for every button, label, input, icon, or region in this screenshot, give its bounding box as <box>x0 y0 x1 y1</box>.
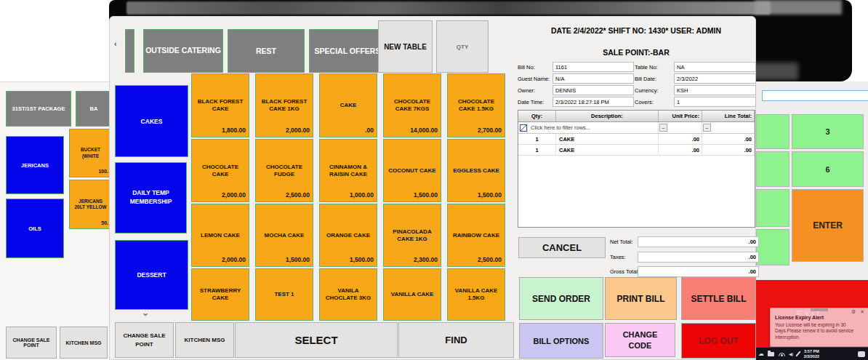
item-button[interactable]: MOCHA CAKE1,500.00 <box>255 204 313 267</box>
item-name: CINNAMON & RAISIN CAKE <box>320 164 377 178</box>
oils-button[interactable]: OILS <box>6 199 64 258</box>
taxes-field[interactable]: .00 <box>638 252 759 263</box>
item-price: 1,500.00 <box>414 191 438 199</box>
covers-field[interactable]: 1 <box>674 97 756 107</box>
item-button[interactable]: TEST 1 <box>255 268 313 321</box>
background-pos-window-left: 31ST/1ST PACKAGE BA JERICANS BUCKET (WHI… <box>0 81 110 360</box>
kitchen-msg-button[interactable]: KITCHEN MSG <box>175 322 234 358</box>
item-name: LEMON CAKE <box>192 232 249 239</box>
description-header[interactable]: Description: <box>556 111 659 121</box>
currency-field[interactable]: KSH <box>674 85 756 95</box>
bill-options-button[interactable]: BILL OPTIONS <box>519 323 603 359</box>
keypad-key-partial[interactable] <box>756 229 789 265</box>
filter-icon[interactable] <box>520 124 527 132</box>
covers-label: Covers: <box>635 97 673 107</box>
cloud-icon[interactable]: ☁ <box>758 351 764 357</box>
keypad-key-3[interactable]: 3 <box>792 114 864 149</box>
taskbar-clock[interactable]: 3:57 PM2/3/2022 <box>804 349 819 359</box>
owner-field[interactable]: DENNIS <box>552 85 634 95</box>
send-order-button[interactable]: SEND ORDER <box>519 277 603 320</box>
gear-icon[interactable]: ⚙ <box>851 309 857 314</box>
jericans-button[interactable]: JERICANS <box>6 136 64 194</box>
date-time-field[interactable]: 2/3/2022 18:27:18 PM <box>552 97 634 107</box>
item-button[interactable]: BLACK FOREST CAKE1,800.00 <box>191 73 249 137</box>
keypad-key-partial[interactable] <box>756 114 789 149</box>
change-code-button[interactable]: CHANGE CODE <box>605 323 675 357</box>
keypad-key-6[interactable]: 6 <box>792 151 864 187</box>
table-row[interactable]: 1 CAKE .00 .00 <box>518 134 755 145</box>
keypad-entry-field[interactable] <box>762 90 868 101</box>
category-stub-button[interactable] <box>125 29 134 73</box>
item-button[interactable]: COCONUT CAKE1,500.00 <box>383 139 441 202</box>
item-button[interactable]: VANILLA CAKE <box>383 268 441 321</box>
gross-total-field[interactable]: .00 <box>638 266 759 277</box>
item-button[interactable]: BLACK FOREST CAKE 1KG2,000.00 <box>255 73 313 137</box>
find-button[interactable]: FIND <box>398 322 514 358</box>
package-button[interactable]: 31ST/1ST PACKAGE <box>6 91 71 127</box>
sidebar-item-daily-temp-membership[interactable]: DAILY TEMP MEMBERSHIP <box>115 162 187 233</box>
bucket-item-button[interactable]: BUCKET (WHITE 100. <box>69 129 112 177</box>
change-sale-point-button[interactable]: CHANGE SALE POINT <box>115 322 174 358</box>
table-row[interactable]: 1 CAKE .00 .00 <box>518 145 755 156</box>
change-sale-point-button-bg[interactable]: CHANGE SALE POINT <box>6 327 57 359</box>
item-button[interactable]: CHOCOLATE CAKE2,000.00 <box>191 139 249 202</box>
close-icon[interactable]: ✕ <box>860 309 866 314</box>
jericans-20lt-item-button[interactable]: JERICANS 20LT YELLOW 50. <box>69 180 112 229</box>
bill-date-label: Bill Date: <box>635 73 673 84</box>
table-no-field[interactable]: NA <box>674 62 756 72</box>
kitchen-msg-button-bg[interactable]: KITCHEN MSG <box>60 327 108 359</box>
wifi-icon[interactable] <box>778 352 785 356</box>
new-table-button[interactable]: NEW TABLE <box>378 20 433 73</box>
item-button[interactable]: CHOCOLATE CAKE 1.5KG2,700.00 <box>447 73 505 137</box>
item-button[interactable]: VANILLA CAKE 1.5KG <box>447 268 505 321</box>
item-name: CAKE <box>320 102 377 109</box>
settle-bill-button[interactable]: SETTLE BILL <box>681 277 756 320</box>
partial-category-button[interactable]: BA <box>76 91 112 127</box>
net-total-field[interactable]: .00 <box>638 236 759 247</box>
item-button[interactable]: RAINBOW CAKE2,500.00 <box>447 204 505 267</box>
keypad-enter-button[interactable]: ENTER <box>792 189 864 262</box>
sidebar-item-dessert[interactable]: DESSERT <box>115 240 188 310</box>
item-button[interactable]: CHOCOLATE CAKE 7KGS14,000.00 <box>383 73 441 137</box>
item-button[interactable]: EGGLESS CAKE1,500.00 <box>447 139 505 202</box>
tab-outside-catering[interactable]: OUTSIDE CATERING <box>143 29 223 73</box>
tab-special-offers[interactable]: SPECIAL OFFERS <box>309 29 386 73</box>
chevron-left-icon[interactable]: ‹ <box>114 39 117 48</box>
item-button[interactable]: LEMON CAKE2,000.00 <box>191 204 249 267</box>
guest-name-field[interactable]: N/A <box>552 73 634 84</box>
unit-price-header[interactable]: Unit Price: <box>659 111 702 121</box>
item-button[interactable]: STRAWBERRY CAKE <box>191 268 249 321</box>
notification-icon[interactable] <box>858 351 865 357</box>
keypad-key-partial[interactable] <box>756 151 789 187</box>
qty-button[interactable]: QTY <box>436 20 489 73</box>
print-bill-button[interactable]: PRINT BILL <box>605 277 677 320</box>
filter-minus-button[interactable]: – <box>703 124 711 132</box>
chevron-down-icon[interactable]: ⌄ <box>142 308 149 318</box>
toast-handle[interactable] <box>811 308 828 311</box>
tab-rest[interactable]: REST <box>228 29 305 73</box>
select-button[interactable]: SELECT <box>235 322 398 358</box>
item-button[interactable]: CINNAMON & RAISIN CAKE1,000.00 <box>319 139 377 202</box>
taskbar[interactable]: ☁ ◀) 3:57 PM2/3/2022 <box>755 348 868 360</box>
pin-icon[interactable] <box>795 351 800 356</box>
folder-icon[interactable] <box>768 352 774 356</box>
taskbar-time: 3:57 PM <box>804 349 819 353</box>
item-button[interactable]: CHOCOLATE FUDGE2,500.00 <box>255 139 313 202</box>
line-total-header[interactable]: Line Total: <box>702 111 755 121</box>
log-out-button[interactable]: LOG OUT <box>681 323 756 359</box>
item-button[interactable]: CAKE.00 <box>319 73 377 137</box>
qty-header[interactable]: Qty: <box>518 111 556 121</box>
cancel-button[interactable]: CANCEL <box>518 237 606 258</box>
item-button[interactable]: ORANGE CAKE1,500.00 <box>319 204 377 267</box>
toast-controls: ⚙ ✕ <box>851 309 866 315</box>
filter-row[interactable]: Click here to filter rows... – – <box>518 122 755 134</box>
bill-date-field[interactable]: 2/3/2022 <box>674 73 756 84</box>
filter-placeholder[interactable]: Click here to filter rows... <box>528 122 659 133</box>
volume-icon[interactable]: ◀) <box>789 351 794 356</box>
item-button[interactable]: PINACOLADA CAKE 1KG2,300.00 <box>383 204 441 267</box>
keypad-key-partial[interactable] <box>756 189 789 227</box>
bill-no-field[interactable]: 1161 <box>552 62 634 72</box>
sidebar-item-cakes[interactable]: CAKES <box>115 85 188 157</box>
item-button[interactable]: VANILA CHOCLATE 3KG <box>319 268 377 321</box>
filter-minus-button[interactable]: – <box>659 124 667 132</box>
